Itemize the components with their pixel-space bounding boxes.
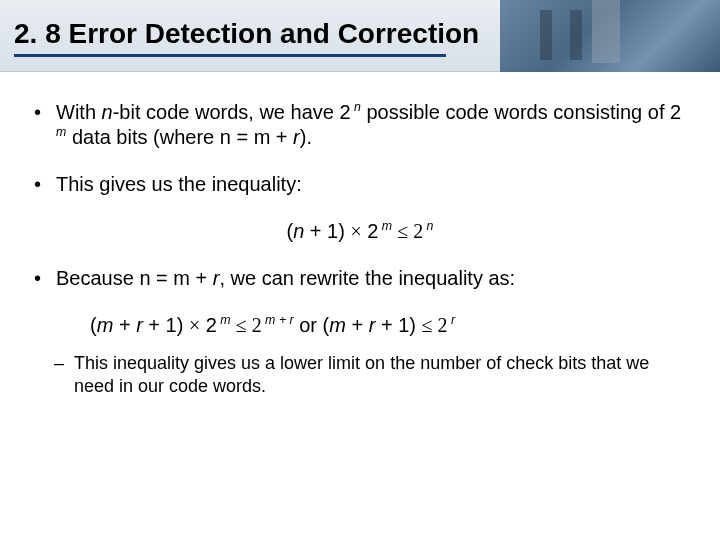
var-n: n (102, 101, 113, 123)
exp-n: n (351, 100, 361, 114)
slide-header: 2. 8 Error Detection and Correction (0, 0, 720, 72)
exp-r: r (448, 313, 456, 327)
slide-title: 2. 8 Error Detection and Correction (14, 18, 479, 50)
text: 2 (362, 220, 379, 242)
text: + (113, 314, 136, 336)
slide-content: With n-bit code words, we have 2 n possi… (0, 72, 720, 397)
var-r: r (293, 126, 300, 148)
exp-m: m (217, 313, 231, 327)
bullet-list: With n-bit code words, we have 2 n possi… (30, 100, 690, 197)
title-underline (14, 54, 446, 57)
formula-2: (m + r + 1) × 2 m ≤ 2 m + r or (m + r + … (30, 313, 690, 338)
le-symbol: ≤ 2 (392, 220, 423, 242)
sub-bullet-1: This inequality gives us a lower limit o… (30, 352, 690, 397)
text: With (56, 101, 102, 123)
text: + 1) (375, 314, 421, 336)
text: -bit code words, we have 2 (113, 101, 351, 123)
text: data bits (where n = m + (66, 126, 293, 148)
var-m: m (97, 314, 114, 336)
le-symbol: ≤ 2 (231, 314, 262, 336)
exp-m: m (378, 219, 392, 233)
formula-1: (n + 1) × 2 m ≤ 2 n (30, 219, 690, 244)
text: ). (300, 126, 312, 148)
times-symbol: × (189, 314, 200, 336)
bullet-list-2: Because n = m + r, we can rewrite the in… (30, 266, 690, 291)
text: 2 (200, 314, 217, 336)
text: + (346, 314, 369, 336)
text: This gives us the inequality: (56, 173, 302, 195)
exp-m: m (56, 125, 66, 139)
var-n: n (293, 220, 304, 242)
le-symbol: ≤ 2 (422, 314, 448, 336)
text: Because n = m + (56, 267, 213, 289)
or-text: or ( (294, 314, 330, 336)
var-r: r (136, 314, 143, 336)
text: possible code words consisting of 2 (361, 101, 681, 123)
header-decoration (500, 0, 720, 72)
text: ( (90, 314, 97, 336)
text: , we can rewrite the inequality as: (219, 267, 515, 289)
times-symbol: × (350, 220, 361, 242)
sub-bullet-list: This inequality gives us a lower limit o… (30, 352, 690, 397)
var-m: m (329, 314, 346, 336)
exp-n: n (423, 219, 433, 233)
exp-mr: m + r (262, 313, 294, 327)
bullet-1: With n-bit code words, we have 2 n possi… (30, 100, 690, 150)
text: + 1) (143, 314, 189, 336)
bullet-3: Because n = m + r, we can rewrite the in… (30, 266, 690, 291)
text: + 1) (304, 220, 350, 242)
bullet-2: This gives us the inequality: (30, 172, 690, 197)
